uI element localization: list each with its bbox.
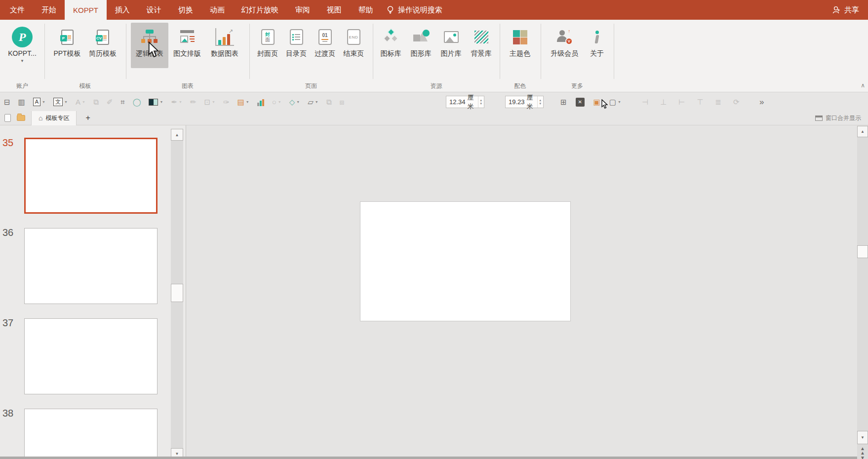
menu-review[interactable]: 审阅	[287, 0, 318, 20]
frame-border-icon[interactable]: ▢▼	[609, 96, 621, 109]
rotate-object-icon[interactable]: ⟳	[733, 96, 740, 109]
transition-page-button[interactable]: 01 过渡页	[311, 23, 339, 68]
paragraph-layout-icon[interactable]: ▤▼	[237, 96, 249, 109]
delete-slide-icon[interactable]: ✕	[576, 96, 585, 109]
skew-shape-icon[interactable]: ▱▼	[308, 96, 318, 109]
tell-me-search[interactable]: 操作说明搜索	[382, 0, 447, 20]
pin-layout-icon[interactable]: ⌗	[120, 96, 124, 109]
font-style-icon[interactable]: 文▼	[53, 96, 68, 109]
slide-number: 36	[2, 227, 18, 238]
slide-number: 37	[2, 317, 18, 329]
align-left-objects-icon[interactable]: ⊣	[642, 96, 648, 109]
slide-editing-surface[interactable]	[360, 201, 571, 321]
menu-file[interactable]: 文件	[0, 0, 33, 20]
shape-library-button[interactable]: 图形库	[406, 23, 436, 68]
ribbon-group-more: ↑V 升级会员 关于 更多	[541, 20, 614, 92]
slide-number: 35	[2, 137, 18, 149]
menu-slideshow[interactable]: 幻灯片放映	[233, 0, 287, 20]
bring-forward-icon[interactable]: ⧉	[326, 96, 332, 109]
scroll-up-button[interactable]: ▲	[171, 129, 183, 141]
menu-koppt[interactable]: KOPPT	[65, 0, 107, 20]
about-button[interactable]: 关于	[584, 23, 610, 68]
menu-animations[interactable]: 动画	[201, 0, 233, 20]
group-label-pages: 页面	[249, 82, 373, 90]
shape-width-field[interactable]: 19.23 厘米 ▲▼	[505, 96, 544, 108]
fill-swatch-icon[interactable]: ▼	[149, 96, 163, 109]
menu-help[interactable]: 帮助	[350, 0, 382, 20]
cover-page-button[interactable]: 封 面 封面页	[253, 23, 282, 68]
ppt-template-button[interactable]: P PPT模板	[49, 23, 85, 68]
ribbon: P KOPPT... ▼ 账户 P PPT模板 CV	[0, 20, 868, 92]
menu-home[interactable]: 开始	[33, 0, 65, 20]
mini-chart-icon[interactable]	[257, 96, 264, 109]
slide-thumbnail-38[interactable]	[24, 409, 158, 459]
content-area: 35 36 37 38 ▲ ▼ ▲ ▼ ▲▲ ▼▼	[0, 125, 868, 459]
ellipse-tool-icon[interactable]: ◯	[133, 96, 141, 109]
resume-template-button[interactable]: CV 简历模板	[85, 23, 120, 68]
koppt-account-button[interactable]: P KOPPT... ▼	[3, 23, 41, 68]
end-page-button[interactable]: END 结束页	[339, 23, 368, 68]
open-folder-icon[interactable]	[17, 115, 25, 121]
theme-color-icon	[513, 30, 527, 44]
unit-label: 厘米	[468, 93, 478, 111]
send-backward-icon[interactable]: ⧈	[339, 96, 344, 109]
circle-shape-icon[interactable]: ○▼	[272, 96, 281, 109]
previous-slide-button[interactable]: ▲▲	[857, 446, 868, 455]
slide-thumbnail-37[interactable]	[24, 318, 158, 394]
toc-page-button[interactable]: 目录页	[282, 23, 311, 68]
ribbon-group-pages: 封 面 封面页 目录页 0	[249, 20, 373, 92]
scroll-thumb[interactable]	[857, 245, 868, 258]
paste-picture-icon[interactable]: ⧉	[93, 96, 99, 109]
collapse-ribbon-icon[interactable]: ∧	[861, 82, 865, 89]
align-right-objects-icon[interactable]: ⊢	[678, 96, 685, 109]
eyedropper-icon[interactable]: ✑	[223, 96, 230, 109]
new-document-icon[interactable]	[4, 114, 11, 122]
distribute-columns-icon[interactable]: ▥	[18, 96, 25, 109]
stepper-arrows[interactable]: ▲▼	[478, 96, 484, 108]
align-center-objects-icon[interactable]: ⊥	[660, 96, 667, 109]
menu-insert[interactable]: 插入	[107, 0, 138, 20]
text-layout-button[interactable]: 图文排版	[168, 23, 206, 68]
shape-library-icon	[412, 29, 431, 45]
shape-width-value: 19.23	[509, 98, 525, 106]
placeholder-layout-icon[interactable]: ⊟	[4, 96, 10, 109]
scroll-thumb[interactable]	[171, 284, 183, 302]
background-library-button[interactable]: 背景库	[466, 23, 496, 68]
text-box-style-icon[interactable]: A▼	[33, 96, 45, 109]
ink-pen-icon[interactable]: ✒▼	[171, 96, 182, 109]
menu-transitions[interactable]: 切换	[170, 0, 201, 20]
edit-shape-icon[interactable]: ⊡▼	[204, 96, 216, 109]
replace-picture-icon[interactable]: ▣	[593, 96, 600, 109]
upgrade-membership-button[interactable]: ↑V 升级会员	[545, 23, 584, 68]
stepper-arrows[interactable]: ▲▼	[537, 96, 543, 108]
icon-library-icon	[382, 29, 400, 45]
distribute-horizontal-icon[interactable]: ≣	[715, 96, 721, 109]
group-label-templates: 模板	[44, 82, 126, 90]
menu-design[interactable]: 设计	[138, 0, 170, 20]
icon-library-button[interactable]: 图标库	[376, 23, 406, 68]
next-slide-button[interactable]: ▼▼	[857, 456, 868, 459]
menu-view[interactable]: 视图	[318, 0, 350, 20]
tab-template-zone[interactable]: ⌂ 模板专区	[31, 111, 77, 125]
share-button[interactable]: 共享	[832, 0, 868, 20]
brush-tool-icon[interactable]: ✏	[190, 96, 197, 109]
window-merge-toggle[interactable]: 窗口合并显示	[815, 114, 868, 122]
new-tab-button[interactable]: +	[82, 114, 93, 122]
format-painter-icon[interactable]: ✐	[107, 96, 113, 109]
scroll-down-button[interactable]: ▼	[857, 431, 868, 444]
font-color-icon[interactable]: A▼	[76, 96, 85, 109]
data-chart-button[interactable]: ↗ 数据图表	[206, 23, 243, 68]
theme-color-button[interactable]: 主题色	[504, 23, 536, 68]
quick-toolbar: ⊟▥A▼文▼A▼⧉✐⌗◯▼✒▼✏⊡▼✑▤▼○▼◇▼▱▼⧉⧈ 12.34 厘米 ▲…	[0, 92, 868, 111]
shape-height-field[interactable]: 12.34 厘米 ▲▼	[446, 96, 484, 108]
slide-thumbnail-36[interactable]	[24, 228, 158, 304]
more-tools-icon[interactable]: »	[759, 96, 764, 109]
picture-library-button[interactable]: 图片库	[436, 23, 466, 68]
polygon-shape-icon[interactable]: ◇▼	[289, 96, 300, 109]
table-grid-icon[interactable]: ⊞	[560, 96, 567, 109]
scroll-up-button[interactable]: ▲	[857, 126, 868, 137]
slide-thumbnail-35[interactable]	[24, 138, 158, 214]
canvas-scrollbar[interactable]	[857, 126, 868, 459]
align-top-objects-icon[interactable]: ⊤	[697, 96, 703, 109]
end-page-icon: END	[347, 29, 360, 45]
